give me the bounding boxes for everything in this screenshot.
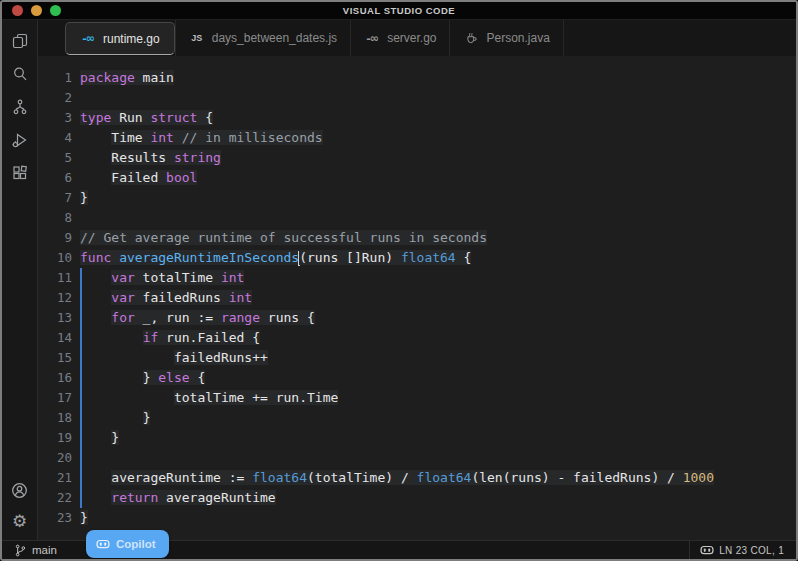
sidebar-item-extensions[interactable] (7, 160, 33, 186)
line-number: 10 (38, 248, 72, 268)
code-line-15[interactable]: 15 failedRuns++ (38, 348, 796, 368)
line-number: 3 (38, 108, 72, 128)
java-file-icon (463, 30, 479, 46)
sidebar-item-source-control[interactable] (7, 94, 33, 120)
line-number: 4 (38, 128, 72, 148)
account-icon (11, 482, 28, 499)
line-number: 18 (38, 408, 72, 428)
tab-runtime-go[interactable]: -∞runtime.go (65, 22, 175, 55)
code-line-11[interactable]: 11 var totalTime int (38, 268, 796, 288)
cursor-position-indicator[interactable]: Ln 23 Col, 1 (689, 541, 788, 559)
account-button[interactable] (7, 477, 33, 503)
code-line-12[interactable]: 12 var failedRuns int (38, 288, 796, 308)
sidebar-item-search[interactable] (7, 61, 33, 87)
code-line-8[interactable]: 8 (38, 208, 796, 228)
search-icon (12, 66, 28, 82)
line-number: 2 (38, 88, 72, 108)
go-file-icon: -∞ (80, 31, 96, 47)
code-line-1[interactable]: 1package main (38, 68, 796, 88)
branch-name: main (32, 544, 57, 556)
tab-label: Person.java (486, 31, 549, 45)
go-file-icon: -∞ (364, 30, 380, 46)
line-number: 5 (38, 148, 72, 168)
tab-label: runtime.go (103, 32, 160, 46)
line-number: 12 (38, 288, 72, 308)
run-debug-icon (12, 132, 28, 148)
code-line-23[interactable]: 23} (38, 508, 796, 528)
line-number: 7 (38, 188, 72, 208)
line-number: 19 (38, 428, 72, 448)
files-icon (12, 33, 28, 49)
code-line-18[interactable]: 18 } (38, 408, 796, 428)
editor-column: -∞runtime.goJSdays_between_dates.js-∞ser… (38, 20, 796, 540)
window-title: Visual Studio Code (343, 5, 455, 16)
indent-scope-guide (80, 268, 82, 508)
line-number: 16 (38, 368, 72, 388)
line-number: 15 (38, 348, 72, 368)
git-branch-indicator[interactable]: main (10, 541, 61, 559)
tab-days-between-dates-js[interactable]: JSdays_between_dates.js (175, 20, 351, 56)
js-file-icon: JS (189, 30, 205, 46)
code-line-16[interactable]: 16 } else { (38, 368, 796, 388)
code-line-7[interactable]: 7} (38, 188, 796, 208)
copilot-button-label: Copilot (116, 538, 156, 550)
line-number: 23 (38, 508, 72, 528)
code-line-2[interactable]: 2 (38, 88, 796, 108)
line-number: 1 (38, 68, 72, 88)
tab-label: server.go (387, 31, 436, 45)
code-line-4[interactable]: 4 Time int // in milliseconds (38, 128, 796, 148)
content-row: ⚙ -∞runtime.goJSdays_between_dates.js-∞s… (2, 20, 796, 540)
line-number: 9 (38, 228, 72, 248)
sidebar-item-run-debug[interactable] (7, 127, 33, 153)
line-number: 17 (38, 388, 72, 408)
code-line-5[interactable]: 5 Results string (38, 148, 796, 168)
code-line-19[interactable]: 19 } (38, 428, 796, 448)
zoom-window-button[interactable] (50, 5, 61, 16)
line-number: 21 (38, 468, 72, 488)
close-window-button[interactable] (12, 5, 23, 16)
line-number: 8 (38, 208, 72, 228)
title-bar: Visual Studio Code (2, 2, 796, 20)
code-line-13[interactable]: 13 for _, run := range runs { (38, 308, 796, 328)
code-line-20[interactable]: 20 (38, 448, 796, 468)
settings-button[interactable]: ⚙ (7, 508, 33, 534)
line-col-label: Ln 23 Col, 1 (719, 545, 784, 556)
code-line-9[interactable]: 9// Get average runtime of successful ru… (38, 228, 796, 248)
code-line-17[interactable]: 17 totalTime += run.Time (38, 388, 796, 408)
line-number: 20 (38, 448, 72, 468)
line-number: 14 (38, 328, 72, 348)
tab-bar: -∞runtime.goJSdays_between_dates.js-∞ser… (38, 20, 796, 56)
extensions-icon (12, 165, 28, 181)
copilot-status-icon (700, 543, 714, 557)
vscode-window: Visual Studio Code (0, 0, 798, 561)
code-line-10[interactable]: 10func averageRuntimeInSeconds(runs []Ru… (38, 248, 796, 268)
traffic-lights (12, 2, 61, 19)
activity-bar: ⚙ (2, 20, 38, 540)
code-line-22[interactable]: 22 return averageRuntime (38, 488, 796, 508)
gear-icon: ⚙ (12, 513, 27, 530)
copilot-icon (96, 537, 110, 551)
sidebar-item-explorer[interactable] (7, 28, 33, 54)
tab-label: days_between_dates.js (212, 31, 337, 45)
line-number: 13 (38, 308, 72, 328)
minimize-window-button[interactable] (31, 5, 42, 16)
git-branch-icon (14, 544, 27, 557)
line-number: 22 (38, 488, 72, 508)
line-number: 6 (38, 168, 72, 188)
code-line-3[interactable]: 3type Run struct { (38, 108, 796, 128)
copilot-button[interactable]: Copilot (86, 530, 169, 558)
tab-person-java[interactable]: Person.java (450, 20, 563, 56)
git-branch-icon (12, 99, 28, 115)
code-line-14[interactable]: 14 if run.Failed { (38, 328, 796, 348)
code-line-21[interactable]: 21 averageRuntime := float64(totalTime) … (38, 468, 796, 488)
line-number: 11 (38, 268, 72, 288)
code-line-6[interactable]: 6 Failed bool (38, 168, 796, 188)
editor[interactable]: 1package main23type Run struct {4 Time i… (38, 56, 796, 540)
tab-server-go[interactable]: -∞server.go (351, 20, 450, 56)
